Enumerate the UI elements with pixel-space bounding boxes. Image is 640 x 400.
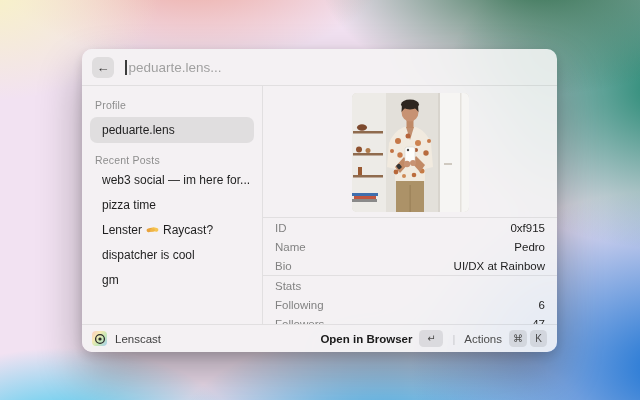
raycast-window: ← peduarte.lens... Profile peduarte.lens… [82, 49, 557, 352]
meta-row-id: ID 0xf915 [263, 218, 557, 237]
meta-row-following: Following 6 [263, 295, 557, 314]
search-bar: ← peduarte.lens... [82, 49, 557, 86]
post-item[interactable]: web3 social — im here for... [90, 167, 254, 192]
meta-value: UI/DX at Rainbow [454, 260, 545, 272]
photo-area [263, 86, 557, 218]
section-header-recent-posts: Recent Posts [90, 153, 254, 167]
meta-row-followers: Followers 47 [263, 314, 557, 324]
meta-label: Bio [275, 260, 292, 272]
recent-posts-list: web3 social — im here for... pizza time … [90, 167, 254, 292]
post-label: dispatcher is cool [102, 248, 195, 262]
k-key-badge: K [530, 330, 547, 347]
meta-value: 6 [539, 299, 545, 311]
handshake-emoji-icon [146, 224, 159, 238]
section-header-profile: Profile [90, 98, 254, 112]
return-key-badge: ↵ [419, 330, 443, 347]
stats-header-row: Stats [263, 276, 557, 295]
footer-separator: | [452, 333, 455, 345]
lenscast-app-icon [92, 331, 107, 346]
post-item[interactable]: dispatcher is cool [90, 242, 254, 267]
back-arrow-icon: ← [97, 60, 110, 75]
profile-item-label: peduarte.lens [102, 123, 175, 137]
meta-label: Following [275, 299, 324, 311]
post-item[interactable]: Lenster Raycast? [90, 217, 254, 242]
meta-row-bio: Bio UI/DX at Rainbow [263, 256, 557, 275]
meta-row-name: Name Pedro [263, 237, 557, 256]
command-key-badge: ⌘ [509, 330, 527, 347]
meta-value: Pedro [514, 241, 545, 253]
sidebar-item-profile[interactable]: peduarte.lens [90, 117, 254, 143]
post-item[interactable]: pizza time [90, 192, 254, 217]
post-label: gm [102, 273, 119, 287]
profile-photo [352, 93, 469, 212]
post-label: pizza time [102, 198, 156, 212]
stats-header: Stats [275, 280, 301, 292]
open-in-browser-button[interactable]: Open in Browser [320, 333, 412, 345]
post-label: Raycast? [163, 223, 213, 237]
content-area: Profile peduarte.lens Recent Posts web3 … [82, 86, 557, 324]
detail-panel: ID 0xf915 Name Pedro Bio UI/DX at Rainbo… [263, 86, 557, 324]
app-name: Lenscast [115, 333, 161, 345]
actions-button[interactable]: Actions [464, 333, 502, 345]
back-button[interactable]: ← [92, 57, 114, 78]
footer-bar: Lenscast Open in Browser ↵ | Actions ⌘ K [82, 324, 557, 352]
meta-label: ID [275, 222, 287, 234]
sidebar: Profile peduarte.lens Recent Posts web3 … [82, 86, 262, 324]
text-caret [125, 60, 127, 75]
post-label: web3 social — im here for... [102, 173, 250, 187]
profile-photo-illustration [352, 93, 469, 212]
post-label: Lenster [102, 223, 142, 237]
search-input[interactable]: peduarte.lens... [129, 60, 222, 75]
meta-value: 0xf915 [510, 222, 545, 234]
meta-label: Name [275, 241, 306, 253]
post-item[interactable]: gm [90, 267, 254, 292]
